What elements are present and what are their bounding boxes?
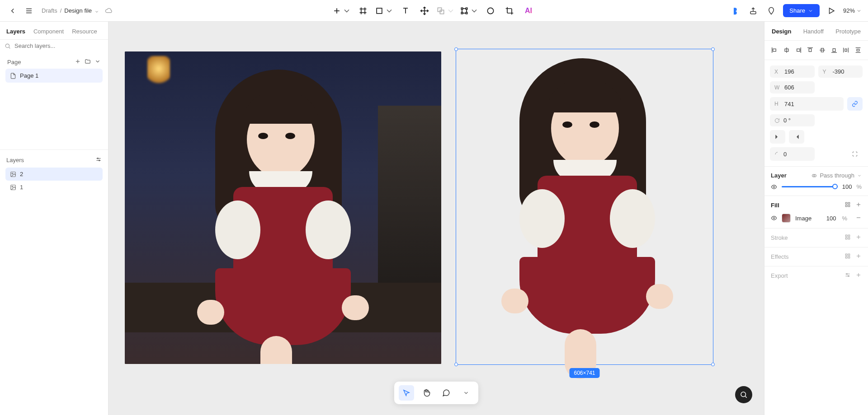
add-fill-icon[interactable] bbox=[855, 201, 862, 209]
back-button[interactable] bbox=[6, 5, 19, 17]
tab-design[interactable]: Design bbox=[772, 28, 791, 35]
mask-tool[interactable] bbox=[483, 3, 498, 19]
page-section-label: Page bbox=[7, 59, 21, 65]
breadcrumb-root[interactable]: Drafts bbox=[42, 7, 57, 14]
breadcrumb-current[interactable]: Design file bbox=[64, 7, 92, 14]
w-input[interactable] bbox=[784, 84, 807, 91]
flip-v-button[interactable] bbox=[789, 130, 804, 144]
share-button[interactable]: Share bbox=[783, 4, 820, 17]
selection-handle-tr[interactable] bbox=[711, 47, 715, 51]
frame-tool[interactable] bbox=[355, 3, 371, 19]
rotate-input[interactable] bbox=[783, 117, 806, 124]
ai-tool[interactable]: AI bbox=[521, 3, 536, 19]
add-tool[interactable] bbox=[332, 3, 352, 19]
comment-tool[interactable] bbox=[439, 385, 454, 401]
fill-type-label[interactable]: Image bbox=[795, 215, 822, 222]
x-input[interactable] bbox=[784, 68, 807, 75]
svg-point-68 bbox=[773, 217, 775, 219]
effects-styles-icon[interactable] bbox=[844, 253, 851, 261]
rotate-field[interactable] bbox=[770, 114, 815, 126]
visibility-icon[interactable] bbox=[771, 184, 777, 190]
blend-mode-dropdown[interactable]: Pass through bbox=[811, 172, 862, 179]
add-effect-icon[interactable] bbox=[855, 253, 862, 261]
tab-handoff[interactable]: Handoff bbox=[803, 28, 824, 35]
canvas-image-1[interactable] bbox=[125, 51, 441, 364]
h-input[interactable] bbox=[784, 101, 807, 107]
cloud-sync-icon[interactable] bbox=[103, 5, 115, 17]
fill-swatch[interactable] bbox=[782, 214, 791, 223]
link-dimensions-button[interactable] bbox=[847, 97, 863, 111]
svg-rect-64 bbox=[845, 205, 847, 207]
distribute-more-icon[interactable] bbox=[854, 45, 863, 55]
stroke-section: Stroke bbox=[764, 228, 868, 247]
play-button[interactable] bbox=[825, 5, 838, 17]
move-tool[interactable] bbox=[417, 3, 432, 19]
select-tool[interactable] bbox=[399, 385, 414, 401]
alignment-row bbox=[764, 41, 868, 60]
brand-icon[interactable] bbox=[729, 5, 741, 17]
fill-visibility-icon[interactable] bbox=[771, 215, 777, 221]
topbar-tools: AI bbox=[292, 3, 577, 19]
folder-icon[interactable] bbox=[85, 58, 91, 66]
fill-opacity-value[interactable]: 100 bbox=[826, 215, 836, 222]
y-input[interactable] bbox=[833, 68, 855, 75]
opacity-slider[interactable] bbox=[782, 186, 838, 187]
align-vcenter-icon[interactable] bbox=[818, 45, 827, 55]
radius-field[interactable] bbox=[770, 147, 815, 161]
radius-input[interactable] bbox=[783, 151, 806, 158]
remove-fill-icon[interactable] bbox=[855, 214, 862, 222]
w-field[interactable]: W bbox=[770, 81, 815, 93]
edit-points-tool[interactable] bbox=[459, 3, 479, 19]
align-bottom-icon[interactable] bbox=[830, 45, 839, 55]
search-input[interactable] bbox=[14, 42, 104, 49]
boolean-tool[interactable] bbox=[436, 3, 456, 19]
canvas[interactable]: 606×741 bbox=[108, 22, 764, 415]
flip-h-button[interactable] bbox=[770, 130, 785, 144]
add-page-icon[interactable] bbox=[75, 58, 81, 66]
stroke-styles-icon[interactable] bbox=[844, 234, 851, 242]
svg-rect-58 bbox=[857, 49, 859, 51]
location-icon[interactable] bbox=[765, 5, 778, 17]
more-tools[interactable] bbox=[458, 385, 474, 401]
text-tool[interactable] bbox=[398, 3, 413, 19]
page-item[interactable]: Page 1 bbox=[5, 69, 103, 83]
selection-handle-tl[interactable] bbox=[454, 47, 458, 51]
menu-button[interactable] bbox=[23, 5, 35, 17]
layers-settings-icon[interactable] bbox=[95, 156, 102, 164]
align-hcenter-icon[interactable] bbox=[782, 45, 791, 55]
h-field[interactable]: H bbox=[770, 97, 844, 111]
page-name: Page 1 bbox=[20, 72, 38, 79]
align-top-icon[interactable] bbox=[806, 45, 815, 55]
individual-corners-button[interactable] bbox=[847, 147, 863, 161]
distribute-h-icon[interactable] bbox=[841, 45, 850, 55]
shape-tool[interactable] bbox=[374, 3, 394, 19]
add-stroke-icon[interactable] bbox=[855, 234, 862, 242]
svg-rect-79 bbox=[848, 256, 850, 258]
tab-component[interactable]: Component bbox=[33, 28, 64, 35]
selection-handle-bl[interactable] bbox=[454, 363, 458, 366]
export-settings-icon[interactable] bbox=[844, 272, 851, 280]
align-left-icon[interactable] bbox=[770, 45, 779, 55]
export-icon[interactable] bbox=[747, 5, 760, 17]
chevron-down-icon[interactable] bbox=[94, 9, 99, 13]
selection-handle-br[interactable] bbox=[711, 363, 715, 366]
tab-layers[interactable]: Layers bbox=[6, 28, 25, 35]
tab-prototype[interactable]: Prototype bbox=[835, 28, 861, 35]
layer-item[interactable]: 1 bbox=[5, 181, 103, 194]
search-fab[interactable] bbox=[735, 386, 752, 403]
tab-resource[interactable]: Resource bbox=[72, 28, 97, 35]
fill-styles-icon[interactable] bbox=[844, 201, 851, 209]
slider-knob[interactable] bbox=[832, 184, 838, 189]
layer-item[interactable]: 2 bbox=[5, 168, 103, 181]
zoom-dropdown[interactable]: 92% bbox=[843, 7, 862, 14]
opacity-value[interactable]: 100 bbox=[842, 183, 852, 190]
align-right-icon[interactable] bbox=[794, 45, 803, 55]
layer-section: Layer Pass through 100 % bbox=[764, 167, 868, 196]
hand-tool[interactable] bbox=[419, 385, 434, 401]
canvas-selection[interactable]: 606×741 bbox=[456, 49, 713, 365]
add-export-icon[interactable] bbox=[855, 272, 862, 280]
collapse-icon[interactable] bbox=[94, 58, 101, 66]
x-field[interactable]: X bbox=[770, 65, 815, 78]
crop-tool[interactable] bbox=[502, 3, 517, 19]
y-field[interactable]: Y bbox=[818, 65, 863, 78]
